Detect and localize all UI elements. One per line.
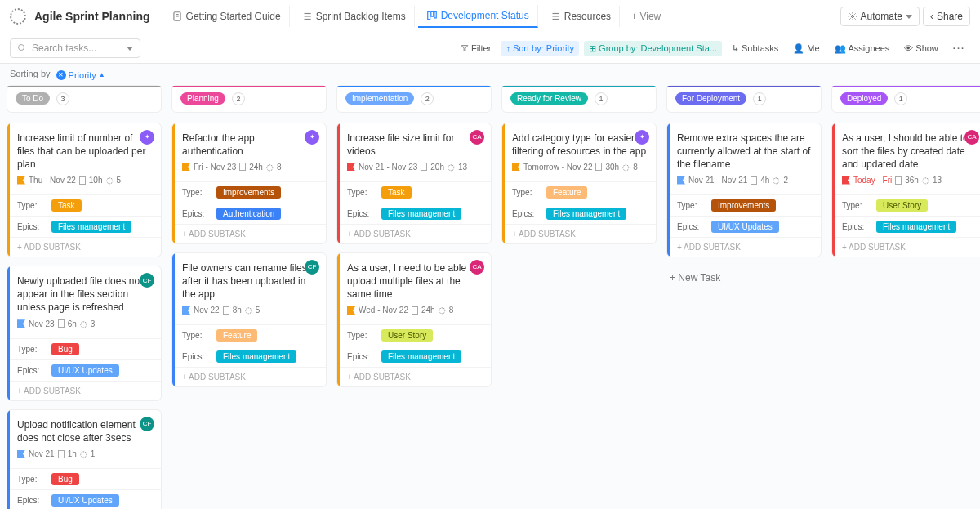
type-tag: Improvements — [711, 199, 776, 212]
column-count: 1 — [753, 92, 766, 105]
add-subtask[interactable]: + ADD SUBTASK — [667, 237, 821, 257]
type-tag: Bug — [51, 473, 79, 485]
avatar[interactable]: ✦ — [140, 130, 154, 145]
list-icon — [550, 11, 561, 22]
column-ready-review: Ready for Review 1 ✦ Add category type f… — [501, 85, 657, 510]
avatar[interactable]: CA — [470, 260, 484, 275]
tab-resources[interactable]: Resources — [541, 6, 620, 27]
tab-getting-started[interactable]: Getting Started Guide — [163, 6, 290, 27]
add-subtask[interactable]: + ADD SUBTASK — [502, 224, 656, 243]
column-planning: Planning 2 ✦ Refactor the app authentica… — [172, 85, 327, 510]
assignees-button[interactable]: 👥 Assignees — [830, 41, 895, 56]
task-card[interactable]: ✦ Increase limit of number of files that… — [7, 123, 162, 258]
column-header[interactable]: Ready for Review 1 — [501, 85, 657, 113]
add-subtask[interactable]: + ADD SUBTASK — [832, 237, 980, 257]
task-card[interactable]: CF Newly uploaded file does not appear i… — [7, 266, 162, 401]
svg-marker-15 — [461, 46, 468, 51]
add-subtask[interactable]: + ADD SUBTASK — [172, 224, 326, 243]
close-icon[interactable]: ✕ — [56, 70, 66, 80]
card-title: Increase file size limit for videos — [347, 132, 483, 158]
column-header[interactable]: To Do 3 — [7, 85, 162, 113]
avatar[interactable]: ✦ — [635, 130, 649, 145]
svg-point-12 — [851, 16, 853, 18]
sort-button[interactable]: ↕ Sort by: Priority — [501, 41, 579, 56]
toolbar: Search tasks... Filter ↕ Sort by: Priori… — [0, 33, 980, 64]
task-card[interactable]: CA Increase file size limit for videos N… — [336, 123, 492, 244]
more-button[interactable]: ··· — [948, 41, 970, 56]
automate-button[interactable]: Automate — [840, 7, 920, 26]
flag-icon — [842, 176, 850, 185]
share-button[interactable]: ‹ Share — [923, 7, 970, 26]
epic-tag: Authentication — [216, 208, 281, 220]
sort-chip[interactable]: ✕ Priority ▲ — [56, 70, 105, 80]
avatar[interactable]: CF — [140, 273, 154, 288]
automate-label: Automate — [861, 11, 902, 22]
tab-development-status[interactable]: Development Status — [418, 5, 538, 28]
column-count: 3 — [56, 92, 69, 105]
task-card[interactable]: Remove extra spaces the are currently al… — [666, 123, 822, 258]
epic-tag: Files management — [216, 350, 296, 363]
task-card[interactable]: ✦ Add category type for easier filtering… — [501, 123, 657, 244]
sort-icon: ↕ — [506, 43, 510, 53]
avatar[interactable]: CF — [140, 417, 154, 431]
column-for-deployment: For Deployment 1 Remove extra spaces the… — [666, 85, 822, 510]
flag-icon — [347, 306, 355, 315]
svg-rect-6 — [427, 11, 430, 19]
new-task-button[interactable]: + New Task — [666, 266, 822, 290]
avatar[interactable]: CA — [470, 130, 484, 145]
task-card[interactable]: CA As a user, I need to be able to uploa… — [336, 252, 492, 388]
add-view[interactable]: + View — [623, 6, 669, 27]
subtasks-icon: ↳ — [732, 43, 739, 54]
epic-tag: Files management — [51, 221, 131, 233]
column-header[interactable]: For Deployment 1 — [666, 85, 822, 113]
filter-label: Filter — [471, 43, 491, 53]
add-subtask[interactable]: + ADD SUBTASK — [7, 237, 161, 257]
tab-label: Sprint Backlog Items — [316, 11, 406, 22]
tab-label: Getting Started Guide — [186, 11, 281, 22]
column-header[interactable]: Implementation 2 — [336, 85, 492, 113]
task-card[interactable]: CF Upload notification element does not … — [7, 409, 162, 509]
me-button[interactable]: 👤 Me — [788, 41, 824, 56]
search-icon — [17, 43, 27, 53]
filter-button[interactable]: Filter — [456, 41, 496, 56]
tab-label: Development Status — [441, 10, 529, 21]
avatar[interactable]: CA — [964, 130, 979, 145]
card-title: Increase limit of number of files that c… — [17, 132, 153, 172]
epic-tag: Files management — [381, 350, 461, 363]
task-card[interactable]: CF File owners can rename files after it… — [172, 252, 327, 388]
type-tag: Bug — [51, 343, 79, 355]
add-subtask[interactable]: + ADD SUBTASK — [337, 224, 491, 243]
add-subtask[interactable]: + ADD SUBTASK — [172, 367, 326, 386]
subtask-icon: ◌ — [106, 176, 114, 185]
epic-tag: UI/UX Updates — [51, 494, 119, 507]
show-button[interactable]: 👁 Show — [899, 41, 943, 56]
chevron-down-icon — [906, 15, 912, 19]
task-card[interactable]: CA As a user, I should be able to sort t… — [831, 123, 980, 258]
search-input[interactable]: Search tasks... — [10, 38, 140, 58]
add-subtask[interactable]: + ADD SUBTASK — [7, 381, 161, 400]
type-tag: Feature — [216, 329, 257, 342]
person-icon: 👤 — [793, 43, 804, 54]
status-pill: Implementation — [345, 92, 414, 105]
flag-icon — [182, 163, 190, 171]
card-title: Upload notification element does not clo… — [17, 418, 153, 444]
avatar[interactable]: CF — [305, 260, 319, 275]
flag-icon — [512, 163, 520, 171]
card-meta: Thu - Nov 22 10h ◌5 — [17, 176, 153, 185]
sort-label: Sort by: Priority — [513, 43, 574, 53]
subtasks-label: Subtasks — [742, 43, 778, 53]
column-count: 2 — [421, 92, 434, 105]
column-header[interactable]: Planning 2 — [172, 85, 327, 113]
kanban-board: To Do 3 ✦ Increase limit of number of fi… — [0, 85, 980, 510]
avatar[interactable]: ✦ — [305, 130, 319, 145]
task-card[interactable]: ✦ Refactor the app authentication Fri - … — [172, 123, 327, 244]
add-subtask[interactable]: + ADD SUBTASK — [337, 367, 491, 386]
subtasks-button[interactable]: ↳ Subtasks — [727, 41, 783, 56]
group-icon: ⊞ — [589, 43, 596, 54]
tab-sprint-backlog[interactable]: Sprint Backlog Items — [293, 6, 415, 27]
status-pill: For Deployment — [675, 92, 746, 105]
tab-label: Resources — [564, 11, 611, 22]
group-button[interactable]: ⊞ Group by: Development Sta... — [584, 41, 722, 56]
column-header[interactable]: Deployed 1 — [831, 85, 980, 113]
column-deployed: Deployed 1 CA As a user, I should be abl… — [831, 85, 980, 510]
